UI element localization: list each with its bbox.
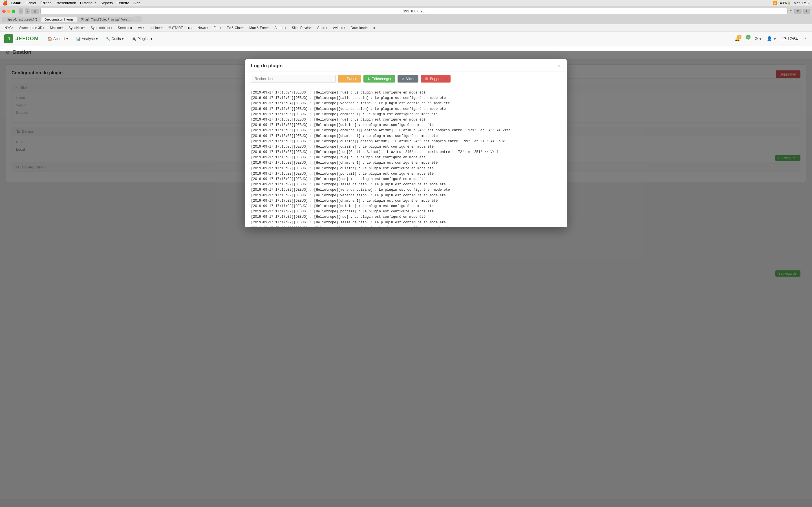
bookmark-seebox[interactable]: Seebox ■ [116,25,135,31]
chevron-down-icon: ▾ [12,26,13,29]
log-line: [2019-09-17 17:15:05][DEBUG] : [Heliotro… [251,112,561,117]
new-tab-btn[interactable]: + [803,9,810,14]
minimize-window-btn[interactable] [7,10,10,13]
bookmarks-bar: NYC ▾ Sweethome 3D ▾ Maison ▾ SynoNico ▾… [0,24,812,32]
chevron-down-icon: ▾ [122,37,124,41]
tools-icon: 🔧 [106,37,110,41]
bookmark-autres[interactable]: Autres ▾ [272,25,289,31]
telecharger-button[interactable]: ⬇ Télécharger [363,75,395,82]
nav-analyse-label: Analyse [82,37,95,41]
reload-button[interactable]: ↻ [789,9,793,13]
tab-3[interactable]: [Plugin Tiers][Sujet Principal] Volets -… [78,17,134,22]
bookmark-tvcine[interactable]: Tv & Ciné ▾ [225,25,246,31]
nav-plugins[interactable]: 🔌 Plugins ▾ [128,34,156,43]
new-tab-button[interactable]: + [135,16,142,22]
bookmark-more[interactable]: » [371,25,377,31]
user-button[interactable]: 👤 ▾ [765,35,777,43]
log-modal-toolbar: ⏸ Pause ⬇ Télécharger ✕ Vider 🗑 Supprime… [245,72,567,86]
notification-badge-1: 2 [737,35,742,39]
back-button[interactable]: ‹ [18,8,23,14]
wifi-icon: 📶 [773,1,777,5]
log-content[interactable]: [2019-09-17 17:15:04][DEBUG] : [Heliotro… [245,86,567,227]
bookmark-sitesprive[interactable]: Sites Privés ▾ [290,25,314,31]
chevron-down-icon: ▾ [207,26,208,29]
chevron-down-icon: ▾ [151,37,153,41]
log-modal-title: Log du plugin [251,63,283,69]
bookmark-start[interactable]: !!! START !!! ■ ▾ [166,25,194,31]
bookmark-download[interactable]: Download ▾ [349,25,370,31]
nav-accueil[interactable]: 🏠 Accueil ▾ [44,34,71,43]
bookmark-news[interactable]: News ▾ [195,25,210,31]
nav-analyse[interactable]: 📊 Analyse ▾ [73,34,101,43]
bookmark-synocabinet[interactable]: Syno cabinet ▾ [88,25,114,31]
log-line: [2019-09-17 17:15:05][DEBUG] : [Heliotro… [251,150,561,155]
bookmark-maison[interactable]: Maison ▾ [48,25,65,31]
battery-display: 48%🔋 [780,1,791,5]
settings-button[interactable]: ⚙ ▾ [753,35,763,43]
menu-aide[interactable]: Aide [133,1,141,5]
bookmark-sweethome[interactable]: Sweethome 3D ▾ [17,25,47,31]
bookmark-sport[interactable]: Sport ▾ [315,25,329,31]
bookmark-fac[interactable]: Fac ▾ [211,25,223,31]
nav-outils[interactable]: 🔧 Outils ▾ [102,34,127,43]
forward-button[interactable]: › [25,8,29,14]
log-line: [2019-09-17 17:16:02][DEBUG] : [Heliotro… [251,166,561,171]
jeedom-nav-menu: 🏠 Accueil ▾ 📊 Analyse ▾ 🔧 Outils ▾ 🔌 Plu… [44,34,733,43]
tab-2[interactable]: Jeedomaison interne [42,17,77,22]
menu-signets[interactable]: Signets [100,1,112,5]
jeedom-navbar: J JEEDOM 🏠 Accueil ▾ 📊 Analyse ▾ 🔧 Outil… [0,32,812,46]
menu-fenetre[interactable]: Fenêtre [117,1,130,5]
log-line: [2019-09-17 17:17:02][DEBUG] : [Heliotro… [251,214,561,220]
address-bar[interactable]: 192.168.0.26 [40,8,788,14]
notification-btn-2[interactable]: ⚠ 5 [744,35,751,43]
menu-safari[interactable]: Safari [11,1,21,5]
chevron-down-icon: ▾ [326,26,327,29]
share-btn[interactable]: ⬆ [794,9,802,14]
mac-status-items: 📶 48%🔋 Mar. 17:17 [773,1,810,5]
log-line: [2019-09-17 17:15:05][DEBUG] : [Heliotro… [251,144,561,150]
pause-button[interactable]: ⏸ Pause [338,75,361,82]
nav-outils-label: Outils [111,37,121,41]
help-button[interactable]: ? [802,34,808,43]
menu-fichier[interactable]: Fichier [26,1,36,5]
notification-btn-1[interactable]: 🔔 2 [733,35,742,43]
chevron-down-icon: ▾ [61,26,63,29]
browser-toolbar: ‹ › ⊞ 192.168.0.26 ↻ ⬆ + [2,8,810,14]
log-line: [2019-09-17 17:15:04][DEBUG] : [Heliotro… [251,90,561,96]
mac-menubar: 🍎 Safari Fichier Édition Présentation Hi… [0,0,812,6]
bookmark-cabinet[interactable]: cabinet ▾ [147,25,165,31]
bookmark-synonico[interactable]: SynoNico ▾ [66,25,87,31]
supprimer-log-button[interactable]: 🗑 Supprimer [421,75,451,82]
bookmark-macfree[interactable]: Mac & Free ▾ [247,25,271,31]
fullscreen-window-btn[interactable] [12,10,15,13]
bookmark-avions[interactable]: Avions ▾ [331,25,347,31]
menu-presentation[interactable]: Présentation [56,1,76,5]
datetime-display: Mar. 17:17 [794,1,810,5]
log-line: [2019-09-17 17:16:02][DEBUG] : [Heliotro… [251,193,561,198]
browser-tabs: https://forest.useed.fr/? Jeedomaison in… [2,16,810,22]
apple-menu[interactable]: 🍎 [2,0,8,6]
log-modal-close-btn[interactable]: × [558,63,561,69]
log-search-input[interactable] [251,75,336,83]
bookmark-av[interactable]: AV ▾ [136,25,146,31]
log-line: [2019-09-17 17:16:02][DEBUG] : [Heliotro… [251,182,561,187]
telecharger-label: Télécharger [372,76,391,81]
log-line: [2019-09-17 17:17:02][DEBUG] : [Heliotro… [251,220,561,225]
download-icon: ⬇ [367,76,370,81]
menu-edition[interactable]: Édition [40,1,52,5]
log-line: [2019-09-17 17:17:02][DEBUG] : [Heliotro… [251,204,561,209]
browser-chrome: ‹ › ⊞ 192.168.0.26 ↻ ⬆ + https://forest.… [0,6,812,24]
log-line: [2019-09-17 17:15:05][DEBUG] : [Heliotro… [251,139,561,144]
log-modal: Log du plugin × ⏸ Pause ⬇ Télécharger ✕ … [245,59,567,227]
bookmark-nyc[interactable]: NYC ▾ [2,25,16,31]
chevron-down-icon: ▾ [220,26,221,29]
log-line: [2019-09-17 17:16:02][DEBUG] : [Heliotro… [251,187,561,193]
tab-overview-btn[interactable]: ⊞ [31,9,39,14]
log-line: [2019-09-17 17:15:04][DEBUG] : [Heliotro… [251,101,561,106]
modal-overlay[interactable]: Log du plugin × ⏸ Pause ⬇ Télécharger ✕ … [0,51,812,499]
close-window-btn[interactable] [2,10,6,13]
chart-icon: 📊 [76,37,81,41]
vider-button[interactable]: ✕ Vider [398,75,418,82]
menu-historique[interactable]: Historique [80,1,97,5]
tab-1[interactable]: https://forest.useed.fr/? [2,17,41,22]
